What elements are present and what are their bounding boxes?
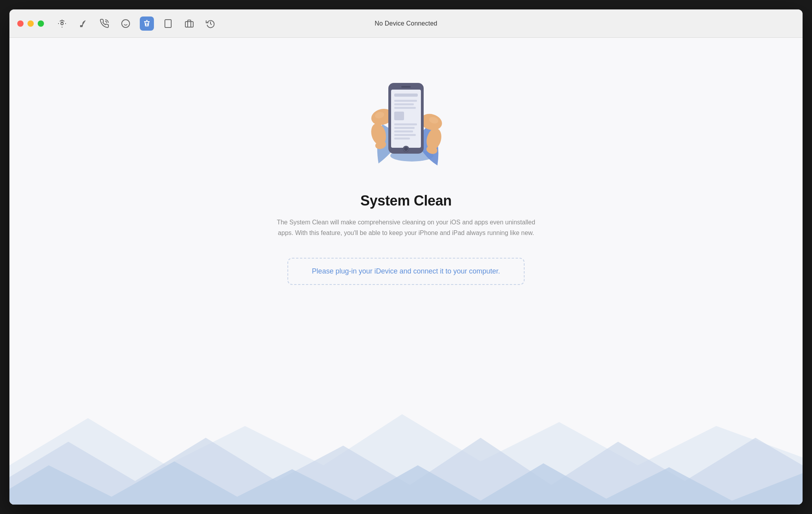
svg-rect-29	[394, 107, 416, 109]
toolbar	[55, 17, 218, 31]
page-title: System Clean	[360, 193, 452, 209]
phone-call-icon[interactable]	[97, 17, 112, 31]
svg-rect-11	[185, 22, 193, 27]
svg-rect-26	[394, 94, 418, 97]
maximize-button[interactable]	[38, 20, 44, 27]
svg-rect-30	[394, 112, 404, 120]
broom-icon[interactable]	[76, 17, 90, 31]
svg-rect-28	[394, 103, 414, 105]
minimize-button[interactable]	[27, 20, 34, 27]
svg-point-6	[122, 20, 130, 28]
svg-rect-27	[394, 100, 417, 102]
close-button[interactable]	[17, 20, 24, 27]
svg-rect-33	[394, 130, 413, 132]
page-description: The System Clean will make comprehensive…	[269, 217, 543, 238]
svg-rect-23	[401, 86, 411, 88]
wifi-icon[interactable]	[55, 17, 69, 31]
connect-prompt-box[interactable]: Please plug-in your iDevice and connect …	[287, 258, 524, 285]
traffic-lights	[17, 20, 44, 27]
bucket-icon[interactable]	[140, 17, 154, 31]
svg-rect-31	[394, 123, 417, 125]
svg-rect-35	[394, 138, 410, 140]
app-window: No Device Connected	[9, 9, 803, 505]
history-icon[interactable]	[203, 17, 218, 31]
tablet-icon[interactable]	[161, 17, 175, 31]
bag-icon[interactable]	[182, 17, 196, 31]
main-content: System Clean The System Clean will make …	[9, 38, 803, 505]
hero-illustration	[343, 61, 469, 181]
connect-prompt-text: Please plug-in your iDevice and connect …	[312, 267, 500, 275]
titlebar: No Device Connected	[9, 9, 803, 38]
mountain-decoration	[9, 395, 803, 505]
svg-rect-34	[394, 134, 416, 136]
window-title: No Device Connected	[375, 20, 437, 27]
face-icon[interactable]	[119, 17, 133, 31]
svg-rect-32	[394, 127, 415, 129]
